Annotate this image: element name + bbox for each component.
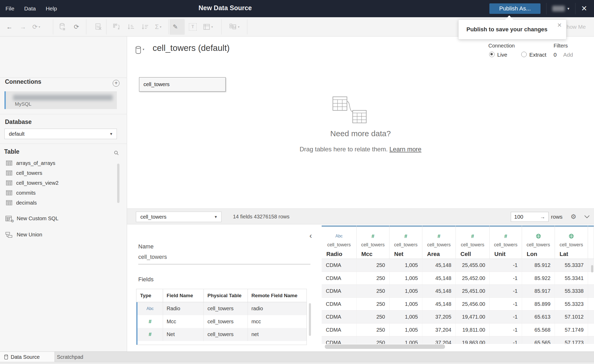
new-union-item[interactable]: New Union [5,232,42,238]
preview-table-select[interactable]: cell_towers ▼ [136,212,221,222]
replay-icon[interactable]: ⟳▾ [32,17,40,37]
fit-view-icon[interactable]: ▾ [203,17,213,37]
table-list-item[interactable]: decimals [0,198,127,208]
sidebar-scrollbar[interactable] [117,164,119,203]
publish-as-button[interactable]: Publish As... [489,3,541,14]
grid-row[interactable]: CDMA2501,00545,14825,452.00-185.92255.33… [322,272,594,285]
extract-radio[interactable] [521,52,527,57]
gear-icon[interactable]: ⚙ [571,209,576,225]
grid-row[interactable]: CDMA2501,00537,20419,811.00-165.56857.17… [322,324,594,337]
extract-label[interactable]: Extract [529,52,546,58]
grid-row[interactable]: CDMA2501,00545,14825,451.00-185.91755.33… [322,285,594,298]
grid-vertical-scrollbar[interactable] [591,265,593,272]
number-type-icon: # [371,233,374,239]
grid-horizontal-scrollbar[interactable] [325,344,445,349]
fields-column-header: Physical Table [204,289,248,302]
apply-rows-arrow-icon[interactable]: → [540,214,545,220]
grid-row[interactable]: CDMA2501,00545,14825,456.00-185.89955.33… [322,298,594,311]
redo-icon[interactable]: → [20,17,26,37]
datasource-icon[interactable]: ▾ [135,46,144,54]
grid-cell: 1,005 [389,272,422,285]
connection-card[interactable]: MySQL [4,91,117,109]
totals-icon[interactable]: Σ▾ [155,17,161,37]
fields-table-row[interactable]: #Mcccell_towersmcc [136,315,307,328]
column-accent-bar [555,225,588,227]
grid-column-header-lat[interactable]: cell_towersLat [555,225,588,259]
fields-table-row-partial [136,341,307,345]
search-icon[interactable] [114,150,119,157]
swap-rows-columns-icon[interactable] [113,17,121,37]
row-count-input[interactable]: 100 → [511,212,549,222]
filters-add-button[interactable]: Add [563,52,573,58]
highlight-pen-icon[interactable]: ✎ [173,17,178,37]
close-icon[interactable]: ✕ [581,5,587,12]
grid-row[interactable]: CDMA2501,00537,20519,471.00-165.61357.10… [322,311,594,324]
text-label-icon[interactable]: T [189,17,197,37]
grid-cell: 19,863.00 [456,336,490,344]
fields-scrollbar[interactable] [309,303,311,336]
grid-cell: 85.917 [522,285,555,297]
table-list-item[interactable]: arrays_of_arrays [0,158,127,168]
grid-column-header-mcc[interactable]: #cell_towersMcc [357,225,389,259]
column-accent-bar [389,225,422,227]
table-list-item[interactable]: cell_towers [0,168,127,178]
tab-scratchpad[interactable]: Scratchpad [57,352,83,362]
grid-column-header-unit[interactable]: #cell_towersUnit [490,225,522,259]
live-radio[interactable] [489,52,495,57]
number-type-icon: # [149,319,152,325]
new-custom-sql-item[interactable]: ⚙ New Custom SQL [5,216,58,222]
menu-file[interactable]: File [5,5,14,12]
grid-row[interactable]: CDMA2501,00545,14825,455.00-185.91255.33… [322,259,594,272]
fields-table-header: TypeField NamePhysical TableRemote Field… [136,289,307,302]
show-me-button[interactable]: Show Me [563,17,586,37]
grid-cell: 19,471.00 [456,311,490,323]
grid-cell: 57.1773 [555,336,588,344]
grid-column-header-lon[interactable]: cell_towersLon [522,225,555,259]
chevron-down-icon: ▾ [39,25,40,29]
add-connection-icon[interactable]: + [113,80,119,87]
grid-column-header-area[interactable]: #cell_towersArea [422,225,456,259]
table-name: cell_towers_view2 [16,180,58,186]
number-type-icon: # [471,233,474,239]
show-cards-icon[interactable]: ▾ [229,17,239,37]
fields-table-row[interactable]: #Netcell_towersnet [136,328,307,341]
status-bar [0,362,594,364]
need-more-data-title: Need more data? [256,129,465,138]
grid-column-header-cell[interactable]: #cell_towersCell [456,225,490,259]
grid-column-header-net[interactable]: #cell_towersNet [389,225,422,259]
collapse-preview-icon[interactable] [584,209,590,225]
table-list-item[interactable]: commits [0,188,127,198]
table-list-item[interactable]: cell_towers_view2 [0,178,127,188]
connection-label: Connection [488,43,515,49]
sort-descending-icon[interactable] [141,17,149,37]
grid-cell: 250 [357,324,389,336]
grid-row[interactable]: CDMA2501,00537,20419,863.00-165.56557.17… [322,336,594,344]
learn-more-link[interactable]: Learn more [389,146,422,153]
pause-updates-icon[interactable] [59,17,65,37]
name-input[interactable]: cell_towers [138,254,310,264]
grid-cell: 1,005 [389,311,422,323]
user-menu[interactable]: ▾ [552,6,569,11]
fields-table-row[interactable]: AbcRadiocell_towersradio [136,302,307,315]
window-title: New Data Source [199,4,252,12]
refresh-icon[interactable]: ⟳ [74,17,79,37]
grid-column-header-radio[interactable]: Abccell_towersRadio [322,225,357,259]
menu-data[interactable]: Data [24,5,36,12]
toolbar-divider [247,19,247,34]
collapse-panel-icon[interactable]: ‹ [309,232,312,240]
tab-data-source[interactable]: Data Source [0,352,55,362]
menu-help[interactable]: Help [46,5,57,12]
remote-field-cell: radio [248,302,307,315]
tooltip-close-icon[interactable]: ✕ [557,22,562,29]
table-node-cell-towers[interactable]: cell_towers [139,77,226,92]
undo-icon[interactable]: ← [6,17,13,37]
field-name-cell: Radio [163,302,204,315]
grid-cell: 85.922 [522,272,555,285]
relationship-canvas: ▾ cell_towers (default) Connection Live … [127,37,594,208]
clear-sheet-icon[interactable] [94,17,102,37]
titlebar-separator [546,3,547,14]
database-select[interactable]: default ▼ [4,129,117,139]
row-count-value: 100 [514,214,540,220]
live-label[interactable]: Live [497,52,507,58]
sort-ascending-icon[interactable] [127,17,135,37]
